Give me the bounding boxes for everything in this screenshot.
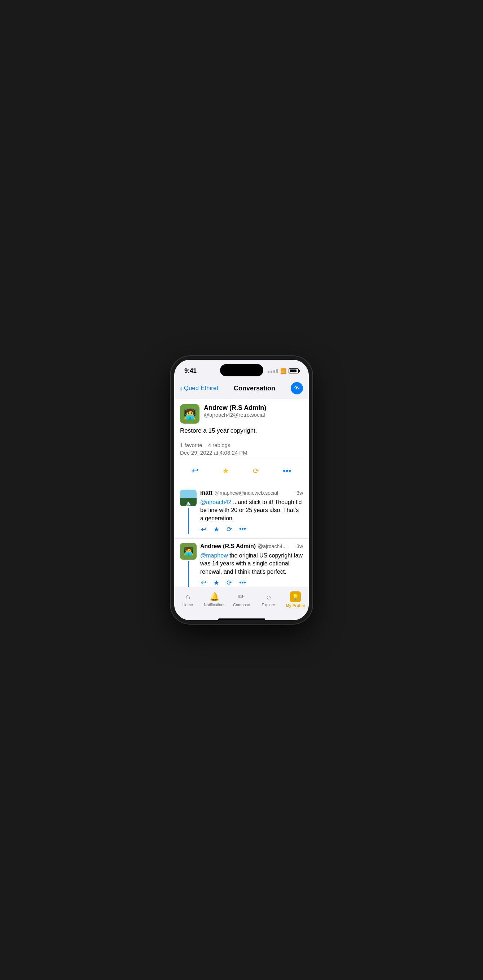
reply-avatar-wrap: 🏔️ (180, 490, 197, 534)
andrew-avatar-img: 🧑‍💻 (180, 404, 200, 423)
tab-explore-label: Explore (262, 603, 275, 607)
visibility-button[interactable]: 👁 (291, 382, 303, 395)
profile-icon: 💡 (292, 593, 299, 600)
tab-bar: ⌂ Home 🔔 Notifications ✏ Compose ⌕ Explo… (174, 587, 309, 616)
mention[interactable]: @maphew (200, 552, 228, 558)
eye-icon: 👁 (294, 385, 300, 391)
reply-time: 3w (297, 543, 303, 549)
phone-inner: 9:41 📶 ‹ Qued Ethire (174, 360, 309, 620)
reply-name: matt (200, 490, 213, 496)
reply-content: @ajroach42 ...and stick to it! Though I'… (200, 498, 303, 522)
reply-time: 3w (297, 490, 303, 496)
dynamic-island (220, 364, 263, 376)
thread-line (188, 561, 189, 587)
original-post: 🧑‍💻 Andrew (R.S Admin) @ajroach42@retro.… (174, 399, 309, 485)
reply-handle: @ajroach4... (258, 543, 287, 549)
tab-compose[interactable]: ✏ Compose (228, 592, 255, 607)
content-area: 🧑‍💻 Andrew (R.S Admin) @ajroach42@retro.… (174, 399, 309, 587)
reply-meta: Andrew (R.S Admin) @ajroach4... 3w @maph… (200, 543, 303, 587)
reply-more-button[interactable]: ••• (238, 525, 247, 534)
reply-name: Andrew (R.S Admin) (200, 543, 256, 549)
reply-fav-button[interactable]: ★ (213, 578, 220, 587)
back-label: Qued Ethiret (184, 385, 218, 392)
divider-1 (180, 439, 303, 439)
home-icon: ⌂ (186, 592, 190, 601)
reply-author-row: Andrew (R.S Admin) @ajroach4... 3w (200, 543, 303, 549)
post-date: Dec 29, 2022 at 4:08:24 PM (180, 450, 303, 456)
tab-explore[interactable]: ⌕ Explore (255, 592, 282, 607)
reply-boost-button[interactable]: ⟳ (226, 578, 233, 587)
tab-home[interactable]: ⌂ Home (174, 592, 201, 607)
reply-row: 🧑‍💻 Andrew (R.S Admin) @ajroach4... 3w @… (180, 543, 303, 587)
reply-item: 🏔️ matt @maphew@indieweb.social 3w @ajro… (174, 485, 309, 539)
reply-item: 🧑‍💻 Andrew (R.S Admin) @ajroach4... 3w @… (174, 539, 309, 587)
author-info: Andrew (R.S Admin) @ajroach42@retro.soci… (204, 404, 303, 418)
favorite-button[interactable]: ★ (216, 464, 235, 478)
signal-icon (268, 369, 278, 373)
andrew2-avatar-img: 🧑‍💻 (180, 543, 197, 560)
back-button[interactable]: ‹ Qued Ethiret (180, 384, 218, 393)
tab-profile-label: My Profile (286, 603, 305, 608)
matt-avatar-img: 🏔️ (180, 490, 197, 506)
page-title: Conversation (234, 385, 275, 392)
reply-actions: ↩ ★ ⟳ ••• (200, 525, 303, 534)
compose-icon: ✏ (238, 592, 245, 601)
tab-home-label: Home (183, 603, 193, 607)
reply-meta: matt @maphew@indieweb.social 3w @ajroach… (200, 490, 303, 534)
andrew2-avatar: 🧑‍💻 (180, 543, 197, 560)
reply-reply-button[interactable]: ↩ (200, 578, 207, 587)
status-icons: 📶 (268, 368, 299, 374)
profile-avatar-badge: 💡 (290, 592, 301, 602)
status-time: 9:41 (184, 368, 197, 374)
tab-compose-label: Compose (233, 603, 250, 607)
favorites-count[interactable]: 1 favorite (180, 442, 202, 448)
bell-icon: 🔔 (210, 592, 219, 601)
reply-author-row: matt @maphew@indieweb.social 3w (200, 490, 303, 496)
reply-content: @maphew the original US copyright law wa… (200, 552, 303, 576)
tab-notifications[interactable]: 🔔 Notifications (201, 592, 228, 607)
matt-avatar: 🏔️ (180, 490, 197, 506)
reply-avatar-wrap: 🧑‍💻 (180, 543, 197, 587)
nav-header: ‹ Qued Ethiret Conversation 👁 (174, 379, 309, 399)
author-name: Andrew (R.S Admin) (204, 404, 303, 412)
reply-boost-button[interactable]: ⟳ (226, 525, 233, 534)
post-action-bar: ↩ ★ ⟳ ••• (180, 462, 303, 480)
post-header: 🧑‍💻 Andrew (R.S Admin) @ajroach42@retro.… (180, 404, 303, 423)
divider-2 (180, 458, 303, 459)
reply-row: 🏔️ matt @maphew@indieweb.social 3w @ajro… (180, 490, 303, 534)
tab-profile[interactable]: 💡 My Profile (282, 592, 309, 608)
phone-frame: 9:41 📶 ‹ Qued Ethire (171, 356, 312, 624)
reblogs-count[interactable]: 4 reblogs (208, 442, 230, 448)
reply-handle: @maphew@indieweb.social (214, 490, 278, 496)
post-stats: 1 favorite 4 reblogs (180, 442, 303, 448)
tab-notifications-label: Notifications (204, 603, 226, 607)
reply-fav-button[interactable]: ★ (213, 525, 220, 534)
post-content: Restore a 15 year copyright. (180, 426, 303, 435)
reply-button[interactable]: ↩ (186, 464, 204, 478)
author-avatar: 🧑‍💻 (180, 404, 200, 423)
home-bar (218, 619, 265, 620)
battery-icon (289, 368, 299, 374)
search-icon: ⌕ (266, 592, 271, 601)
reply-actions: ↩ ★ ⟳ ••• (200, 578, 303, 587)
author-handle: @ajroach42@retro.social (204, 412, 303, 418)
wifi-icon: 📶 (280, 368, 286, 374)
thread-line (188, 508, 189, 534)
reply-more-button[interactable]: ••• (238, 578, 247, 587)
reply-reply-button[interactable]: ↩ (200, 525, 207, 534)
boost-button[interactable]: ⟳ (247, 465, 265, 477)
chevron-left-icon: ‹ (180, 384, 183, 393)
more-button[interactable]: ••• (277, 464, 297, 478)
mention[interactable]: @ajroach42 (200, 499, 232, 505)
